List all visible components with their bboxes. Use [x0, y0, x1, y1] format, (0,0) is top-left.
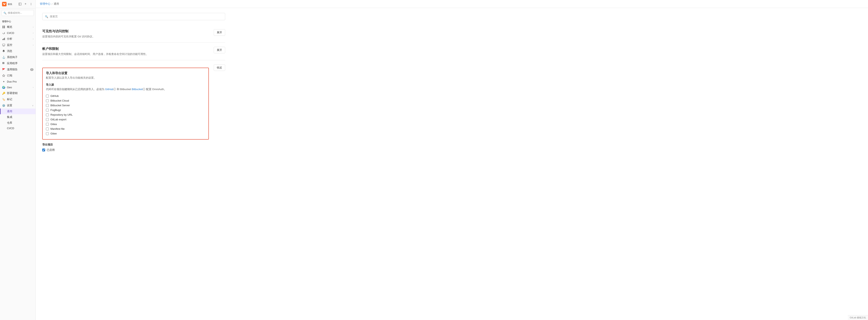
search-box[interactable]: 🔍 搜索或转到... [2, 10, 34, 16]
svg-point-2 [31, 3, 31, 3]
svg-rect-6 [4, 26, 5, 27]
github-link[interactable]: GitHub [105, 88, 113, 91]
sidebar-item-apps[interactable]: 应用程序 [0, 60, 35, 66]
account-limits-section: 帐户和限制 设置项目和最大空间限制、会话持续时间、用户选项，并检查命名空间计划的… [42, 43, 225, 60]
app-logo [2, 2, 6, 6]
status-text: GitLab 极狐汉化 [850, 316, 866, 319]
sidebar-item-labels-label: 标记 [7, 97, 33, 101]
grid-icon [2, 25, 5, 29]
chevron-right-icon3: › [33, 38, 33, 40]
source-gitlab-export-checkbox[interactable] [46, 118, 49, 121]
search-page-placeholder: 搜索页 [50, 15, 58, 19]
source-gitee-checkbox[interactable] [46, 132, 49, 135]
bitbucket-link[interactable]: Bitbucket [132, 88, 143, 91]
source-manifest: Manifest file [46, 126, 205, 131]
sidebar-item-messages[interactable]: 消息 [0, 48, 35, 54]
sidebar-item-monitor[interactable]: 监控 › [0, 42, 35, 48]
cicd-icon [2, 31, 5, 34]
account-limits-section-row: 帐户和限制 设置项目和最大空间限制、会话持续时间、用户选项，并检查命名空间计划的… [42, 47, 225, 56]
sidebar-item-subscriptions-label: 订阅 [7, 74, 33, 78]
visibility-section-row: 可见性与访问控制 设置项目内容的可见性并配置 Git 访问协议。 展开 [42, 29, 225, 38]
source-fogbugz-checkbox[interactable] [46, 109, 49, 112]
sidebar-subitem-general-label: 通用 [7, 110, 12, 113]
sidebar-tab-panel[interactable] [18, 2, 23, 6]
sidebar-item-deploy-keys-label: 部署密钥 [7, 91, 33, 95]
sidebar-item-messages-label: 消息 [7, 49, 33, 53]
source-gitee-label: Gitee [51, 132, 57, 135]
source-fogbugz: FogBugz [46, 108, 205, 112]
import-source-desc: 代码可在项目创建期间从已启用的源导入。必须为 GitHubⓘ 和 Bitbuck… [46, 87, 205, 91]
sidebar-item-analytics[interactable]: 分析 › [0, 36, 35, 42]
flag-icon: 🚩 [2, 68, 5, 71]
circle-icon-github: ⓘ [113, 88, 116, 91]
app-name: 极狐 [8, 3, 12, 6]
labels-icon: 🏷️ [2, 98, 5, 101]
source-repo-url-checkbox[interactable] [46, 113, 49, 116]
account-limits-title: 帐户和限制 [42, 47, 148, 51]
sidebar-item-cicd[interactable]: CI/CD › [0, 30, 35, 36]
sidebar-item-settings[interactable]: ⚙️ 设置 ∨ [0, 103, 35, 109]
import-export-collapse-button[interactable]: 收起 [214, 64, 225, 71]
export-enabled-checkbox[interactable] [42, 149, 45, 151]
sidebar-item-geo[interactable]: 🌍 Geo › [0, 84, 35, 90]
source-repo-url-label: Repository by URL [51, 113, 73, 116]
search-page-box[interactable]: 🔍 搜索页 [42, 13, 225, 20]
source-gitlab-export: GitLab export [46, 117, 205, 122]
sidebar-item-labels[interactable]: 🏷️ 标记 [0, 96, 35, 103]
sidebar-subitem-repository[interactable]: 仓库 [0, 120, 35, 126]
sidebar-item-apps-label: 应用程序 [7, 61, 33, 65]
sidebar-item-overview[interactable]: 概览 › [0, 24, 35, 30]
source-gitea-checkbox[interactable] [46, 123, 49, 126]
source-fogbugz-label: FogBugz [51, 109, 61, 112]
account-limits-desc: 设置项目和最大空间限制、会话持续时间、用户选项，并检查命名空间计划的功能可用性。 [42, 52, 148, 56]
sidebar-item-subscriptions[interactable]: 订阅 [0, 72, 35, 79]
svg-rect-10 [3, 38, 4, 40]
svg-rect-0 [19, 3, 21, 5]
breadcrumb-admin[interactable]: 管理中心 [40, 2, 51, 6]
analytics-icon [2, 37, 5, 40]
sidebar-subitem-general[interactable]: 通用 [0, 109, 35, 114]
import-export-section: 导入和导出设置 配置导入源以及导入导出功能相关的设置。 导入源 代码可在项目创建… [42, 68, 209, 140]
sidebar-item-monitor-label: 监控 [7, 43, 31, 47]
search-placeholder: 搜索或转到... [8, 11, 22, 15]
source-manifest-label: Manifest file [51, 127, 64, 130]
status-bar: GitLab 极狐汉化 [848, 315, 868, 320]
svg-rect-19 [3, 63, 4, 64]
export-enabled-label: 已启用 [47, 148, 55, 152]
source-github-label: GitHub [51, 94, 59, 97]
breadcrumb-current: 通用 [54, 2, 59, 6]
sidebar-subitem-repository-label: 仓库 [7, 121, 12, 125]
sidebar-item-deploy-keys[interactable]: 🔑 部署密钥 [0, 90, 35, 96]
sidebar-subitem-cicd-label: CI/CD [7, 127, 14, 130]
export-enabled-row: 已启用 [42, 148, 209, 152]
visibility-section: 可见性与访问控制 设置项目内容的可见性并配置 Git 访问协议。 展开 [42, 25, 225, 43]
circle-icon-bitbucket: ⓘ [143, 88, 145, 91]
sidebar-new-tab[interactable]: + [23, 2, 28, 6]
source-manifest-checkbox[interactable] [46, 127, 49, 130]
source-bitbucket-cloud-checkbox[interactable] [46, 99, 49, 102]
sidebar-subitem-integrations[interactable]: 集成 [0, 114, 35, 120]
account-limits-expand-button[interactable]: 展开 [214, 47, 225, 53]
chevron-down-icon: ∨ [32, 105, 33, 107]
sidebar-item-duopro[interactable]: ✦ Duo Pro [0, 79, 35, 84]
source-github-checkbox[interactable] [46, 95, 49, 97]
sidebar-subitem-cicd[interactable]: CI/CD [0, 126, 35, 131]
settings-icon: ⚙️ [2, 104, 5, 107]
sidebar-item-abuse[interactable]: 🚩 滥用报告 0 [0, 66, 35, 72]
sidebar-item-hooks-label: 系统钩子 [7, 55, 33, 59]
sidebar-more-icon[interactable] [29, 2, 33, 6]
sidebar-item-cicd-label: CI/CD [7, 31, 31, 34]
visibility-section-title: 可见性与访问控制 [42, 29, 95, 33]
visibility-expand-button[interactable]: 展开 [214, 29, 225, 36]
geo-icon: 🌍 [2, 86, 5, 89]
svg-rect-16 [2, 62, 3, 63]
source-bitbucket-server-checkbox[interactable] [46, 104, 49, 107]
chevron-right-icon4: › [33, 44, 33, 46]
sidebar-item-hooks[interactable]: ⚓ 系统钩子 [0, 54, 35, 60]
source-gitee: Gitee [46, 131, 205, 136]
subscription-icon [2, 74, 5, 77]
svg-rect-18 [2, 63, 3, 64]
source-github: GitHub [46, 94, 205, 98]
sidebar-item-abuse-label: 滥用报告 [7, 68, 29, 71]
chevron-right-icon5: › [33, 86, 33, 88]
